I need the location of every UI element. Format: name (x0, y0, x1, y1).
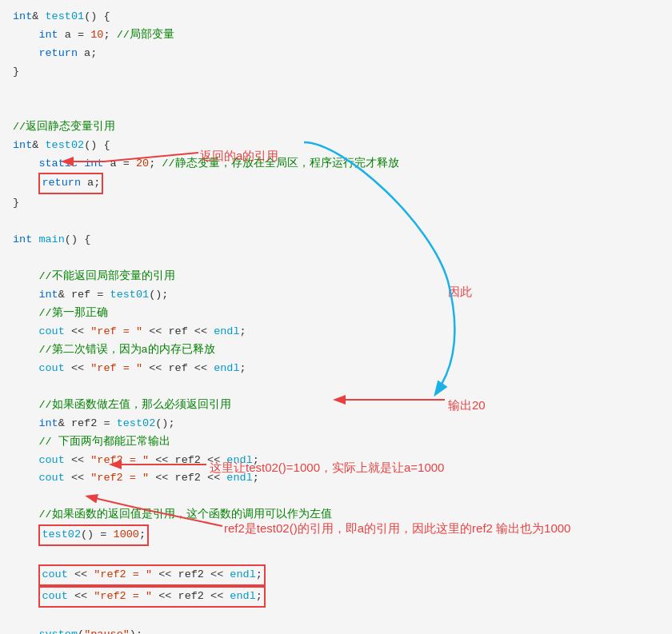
code-line-17: //第一那正确 (13, 305, 659, 323)
code-line-13: int main() { (13, 231, 659, 249)
code-line-20: cout << "ref = " << ref << endl; (13, 360, 659, 378)
cout-ref2-highlight1: cout << "ref2 = " << ref2 << endl; (38, 564, 265, 586)
annotation-test02-1000: 这里让test02()=1000，实际上就是让a=1000 (210, 457, 444, 478)
code-line-15: //不能返回局部变量的引用 (13, 268, 659, 286)
code-line-7: //返回静态变量引用 (13, 118, 659, 137)
annotation-therefore: 因此 (448, 281, 472, 302)
code-line-18: cout << "ref = " << ref << endl; (13, 323, 659, 341)
code-line-22: //如果函数做左值，那么必须返回引用 (13, 397, 659, 415)
annotation-return-a-ref: 返回的a的引用 (200, 146, 278, 166)
code-line-9: static int a = 20; //静态变量，存放在全局区，程序运行完才释… (13, 155, 659, 173)
annotation-output20: 输出20 (448, 395, 486, 416)
code-line-24: // 下面两句都能正常输出 (13, 433, 659, 452)
code-line-10: return a; (13, 173, 659, 194)
code-line-34: system("pause"); (13, 626, 659, 634)
code-line-1: int& test01() { (13, 8, 659, 26)
code-line-11: } (13, 194, 659, 213)
code-line-32: cout << "ref2 = " << ref2 << endl; (13, 586, 659, 608)
code-line-31: cout << "ref2 = " << ref2 << endl; (13, 564, 659, 586)
code-line-8: int& test02() { (13, 137, 659, 155)
return-a-highlight: return a; (38, 173, 103, 194)
code-line-19: //第二次错误，因为a的内存已释放 (13, 341, 659, 360)
cout-ref2-highlight2: cout << "ref2 = " << ref2 << endl; (38, 586, 265, 608)
test02-1000-highlight: test02() = 1000; (38, 524, 149, 546)
code-area: int& test01() { int a = 10; //局部变量 retur… (0, 0, 672, 634)
code-line-16: int& ref = test01(); (13, 286, 659, 305)
code-line-2: int a = 10; //局部变量 (13, 26, 659, 45)
code-line-3: return a; (13, 45, 659, 63)
code-line-4: } (13, 63, 659, 82)
code-line-23: int& ref2 = test02(); (13, 415, 659, 433)
annotation-ref2-explain: ref2是test02()的引用，即a的引用，因此这里的ref2 输出也为100… (224, 520, 570, 538)
